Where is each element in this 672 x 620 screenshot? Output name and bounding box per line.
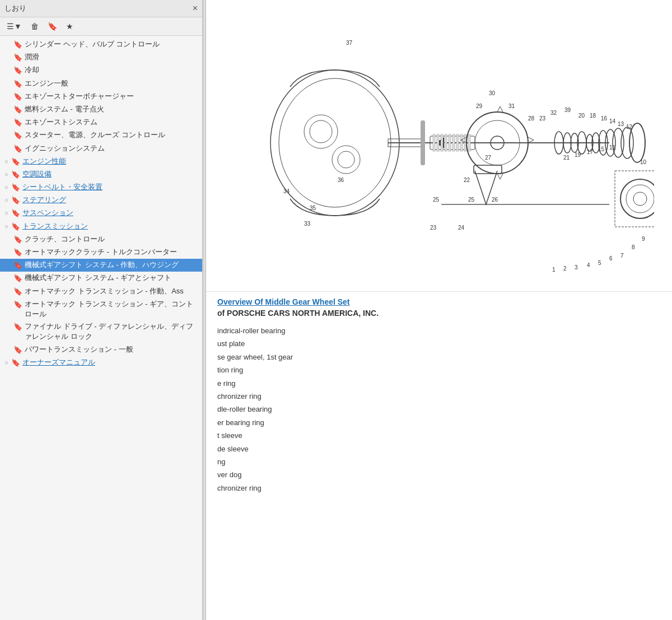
sidebar-item-label: オートマチック トランスミッション - ギア、コントロール (25, 299, 200, 319)
sidebar-item-label: オーナーズマニュアル (22, 357, 200, 367)
bookmark-icon: 🔖 (48, 22, 57, 31)
sidebar-item[interactable]: 🔖ファイナル ドライブ - ディファレンシャル、ディファレンシャル ロック (0, 320, 202, 343)
star-button[interactable]: ★ (63, 20, 77, 33)
list-item: er bearing ring (217, 416, 661, 429)
bookmark-indicator-icon: 🔖 (13, 79, 22, 89)
svg-rect-19 (441, 134, 443, 151)
bookmark-indicator-icon: 🔖 (11, 222, 20, 232)
sidebar-item[interactable]: 🔖機械式ギアシフト システム - 作動、ハウジング (0, 259, 202, 272)
list-item: indrical-roller bearing (217, 324, 661, 337)
sidebar-item[interactable]: ○🔖ステアリング (0, 194, 202, 207)
svg-text:23: 23 (430, 225, 437, 231)
sidebar-item[interactable]: 🔖オートマチック トランスミッション - ギア、コントロール (0, 298, 202, 320)
svg-text:37: 37 (346, 40, 353, 46)
sidebar-close-button[interactable]: × (193, 4, 198, 13)
delete-button[interactable]: 🗑 (27, 20, 42, 33)
item-prefix-icon: ○ (4, 196, 10, 204)
svg-rect-26 (468, 134, 470, 151)
item-prefix-icon: ○ (4, 183, 10, 192)
svg-text:17: 17 (587, 149, 594, 155)
sidebar-item[interactable]: 🔖潤滑 (0, 51, 202, 64)
bookmark-indicator-icon: 🔖 (13, 144, 22, 154)
svg-text:20: 20 (578, 113, 585, 119)
svg-rect-24 (460, 134, 463, 151)
bookmark-indicator-icon: 🔖 (13, 66, 22, 76)
bookmark-button[interactable]: 🔖 (44, 20, 60, 33)
bookmark-indicator-icon: 🔖 (13, 345, 22, 355)
sidebar-item-label: 燃料システム - 電子点火 (25, 104, 200, 114)
sidebar-item-label: エキゾーストターボチャージャー (25, 91, 200, 101)
bookmark-indicator-icon: 🔖 (13, 248, 22, 258)
content-subtitle: of PORSCHE CARS NORTH AMERICA, INC. (217, 309, 661, 318)
sidebar-item-label: シートベルト・安全装置 (22, 182, 200, 192)
svg-rect-18 (437, 134, 439, 151)
sidebar-item[interactable]: ○🔖トランスミッション (0, 220, 202, 233)
bookmark-indicator-icon: 🔖 (11, 195, 20, 206)
bookmark-indicator-icon: 🔖 (11, 208, 20, 218)
list-item: tion ring (217, 363, 661, 376)
svg-rect-20 (445, 134, 447, 151)
delete-icon: 🗑 (31, 22, 39, 31)
svg-text:4: 4 (587, 262, 590, 268)
sidebar-item[interactable]: 🔖シリンダー ヘッド、バルブ コントロール (0, 38, 202, 51)
sidebar-item-label: ファイナル ドライブ - ディファレンシャル、ディファレンシャル ロック (25, 321, 200, 342)
sidebar-item[interactable]: 🔖エンジン一般 (0, 77, 202, 90)
bookmark-indicator-icon: 🔖 (13, 287, 22, 297)
svg-text:16: 16 (601, 115, 608, 122)
diagram-svg: 34 33 35 36 37 (217, 6, 654, 291)
sidebar-item-label: イグニッションシステム (25, 143, 200, 153)
sidebar-item[interactable]: 🔖オートマチック トランスミッション - 作動、Ass (0, 285, 202, 298)
sidebar-item-label: 冷却 (25, 65, 200, 75)
sidebar-item-label: オートマチック トランスミッション - 作動、Ass (25, 286, 200, 296)
diagram-area: 34 33 35 36 37 (206, 0, 672, 292)
svg-text:19: 19 (575, 152, 581, 158)
star-icon: ★ (66, 22, 73, 31)
svg-text:30: 30 (489, 90, 496, 96)
svg-text:8: 8 (632, 244, 635, 250)
svg-text:26: 26 (492, 197, 498, 203)
sidebar-item[interactable]: ○🔖シートベルト・安全装置 (0, 181, 202, 194)
svg-text:23: 23 (539, 115, 546, 122)
list-item: de sleeve (217, 442, 661, 455)
svg-text:36: 36 (338, 177, 344, 183)
svg-text:33: 33 (304, 221, 311, 227)
sidebar-item-label: パワートランスミッション - 一般 (25, 344, 200, 355)
sidebar-item[interactable]: ○🔖エンジン性能 (0, 155, 202, 168)
sidebar-item[interactable]: ○🔖空調設備 (0, 168, 202, 181)
list-item: se gear wheel, 1st gear (217, 351, 661, 363)
sidebar-item-label: サスペンション (22, 208, 200, 218)
menu-button[interactable]: ☰▼ (3, 20, 25, 33)
bookmark-indicator-icon: 🔖 (13, 235, 22, 245)
sidebar-item[interactable]: ○🔖オーナーズマニュアル (0, 356, 202, 369)
sidebar-item[interactable]: 🔖冷却 (0, 64, 202, 77)
sidebar-item[interactable]: 🔖オートマチッククラッチ - トルクコンバーター (0, 246, 202, 259)
sidebar-toolbar: ☰▼ 🗑 🔖 ★ (0, 17, 202, 36)
parts-list: indrical-roller bearingust platese gear … (217, 324, 661, 495)
item-prefix-icon: ○ (4, 358, 10, 367)
sidebar-item[interactable]: 🔖燃料システム - 電子点火 (0, 103, 202, 116)
sidebar-item[interactable]: 🔖イグニッションシステム (0, 142, 202, 155)
svg-text:28: 28 (528, 115, 535, 122)
svg-text:13: 13 (618, 121, 624, 127)
svg-text:14: 14 (609, 118, 616, 124)
sidebar-item-label: エンジン一般 (25, 78, 200, 88)
svg-text:5: 5 (598, 260, 601, 266)
sidebar-list: 🔖シリンダー ヘッド、バルブ コントロール🔖潤滑🔖冷却🔖エンジン一般🔖エキゾース… (0, 36, 202, 620)
sidebar-item[interactable]: 🔖クラッチ、コントロール (0, 233, 202, 246)
sidebar-item[interactable]: 🔖機械式ギアシフト システム - ギアとシャフト (0, 272, 202, 285)
sidebar-item[interactable]: ○🔖サスペンション (0, 207, 202, 220)
diagram-image: 34 33 35 36 37 (217, 6, 654, 291)
content-title[interactable]: Overview Of Middle Gear Wheel Set (217, 297, 661, 306)
sidebar-item[interactable]: 🔖パワートランスミッション - 一般 (0, 343, 202, 356)
svg-text:18: 18 (590, 113, 596, 119)
sidebar-item[interactable]: 🔖エキゾーストターボチャージャー (0, 90, 202, 103)
bookmark-indicator-icon: 🔖 (11, 157, 20, 167)
svg-text:3: 3 (575, 264, 578, 271)
svg-rect-0 (217, 8, 654, 288)
sidebar-item-label: シリンダー ヘッド、バルブ コントロール (25, 39, 200, 49)
bookmark-indicator-icon: 🔖 (13, 92, 22, 102)
sidebar-item-label: クラッチ、コントロール (25, 234, 200, 244)
bookmark-indicator-icon: 🔖 (13, 300, 22, 310)
sidebar-item[interactable]: 🔖スターター、電源、クルーズ コントロール (0, 129, 202, 142)
sidebar-item[interactable]: 🔖エキゾーストシステム (0, 116, 202, 129)
